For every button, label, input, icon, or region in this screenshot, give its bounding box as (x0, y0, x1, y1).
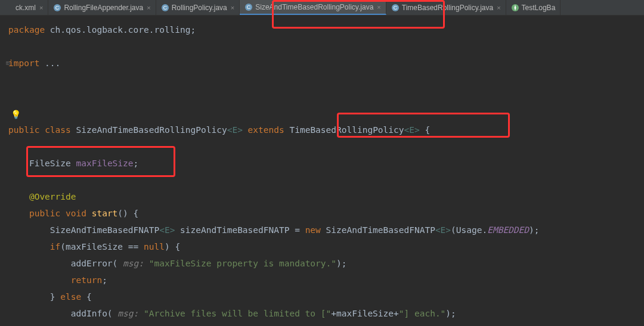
svg-text:C: C (55, 5, 60, 11)
java-file-icon: C (53, 4, 61, 12)
close-icon[interactable]: × (147, 4, 150, 11)
keyword: package (8, 25, 45, 35)
param-hint: msg: (113, 309, 144, 318)
tab-sizeandtimebasedrollingpolicy-java[interactable]: CSizeAndTimeBasedRollingPolicy.java× (240, 0, 386, 15)
java-file-icon: C (244, 3, 253, 11)
svg-text:C: C (163, 5, 167, 11)
keyword: import (8, 58, 39, 68)
tab-bar: ck.xml×CRollingFileAppender.java×CRollin… (0, 0, 644, 15)
superclass-name: TimeBasedRollingPolicy (289, 125, 404, 135)
close-icon[interactable]: × (377, 4, 380, 11)
fold-icon[interactable]: ⊞ (6, 55, 10, 72)
svg-text:C: C (394, 5, 398, 11)
method-name: start (86, 209, 117, 218)
tab-label: ck.xml (16, 4, 36, 12)
tab-label: RollingPolicy.java (172, 4, 227, 12)
tab-label: SizeAndTimeBasedRollingPolicy.java (255, 3, 373, 11)
java-file-icon: C (161, 4, 169, 12)
code-editor[interactable]: 💡 package ch.qos.logback.core.rolling; ⊞… (0, 15, 644, 326)
field-name: maxFileSize (76, 159, 134, 168)
tab-label: RollingFileAppender.java (64, 4, 143, 12)
tab-rollingfileappender-java[interactable]: CRollingFileAppender.java× (48, 0, 156, 15)
tab-label: TimeBasedRollingPolicy.java (402, 4, 493, 12)
tab-timebasedrollingpolicy-java[interactable]: CTimeBasedRollingPolicy.java× (386, 0, 506, 15)
test-file-icon (511, 4, 519, 12)
intention-bulb-icon[interactable]: 💡 (11, 106, 21, 123)
tab-label: TestLogBa (522, 4, 556, 12)
tab-ck-xml[interactable]: ck.xml× (0, 0, 48, 15)
svg-text:C: C (247, 4, 251, 10)
annotation: @Override (29, 192, 76, 201)
close-icon[interactable]: × (39, 4, 43, 11)
tab-rollingpolicy-java[interactable]: CRollingPolicy.java× (156, 0, 240, 15)
param-hint: msg: (117, 259, 148, 268)
xml-file-icon (5, 4, 13, 12)
close-icon[interactable]: × (231, 4, 234, 11)
tab-testlogba[interactable]: TestLogBa (506, 0, 561, 15)
java-file-icon: C (391, 4, 400, 12)
close-icon[interactable]: × (497, 4, 500, 11)
package-name: ch.qos.logback.core.rolling (45, 25, 190, 35)
